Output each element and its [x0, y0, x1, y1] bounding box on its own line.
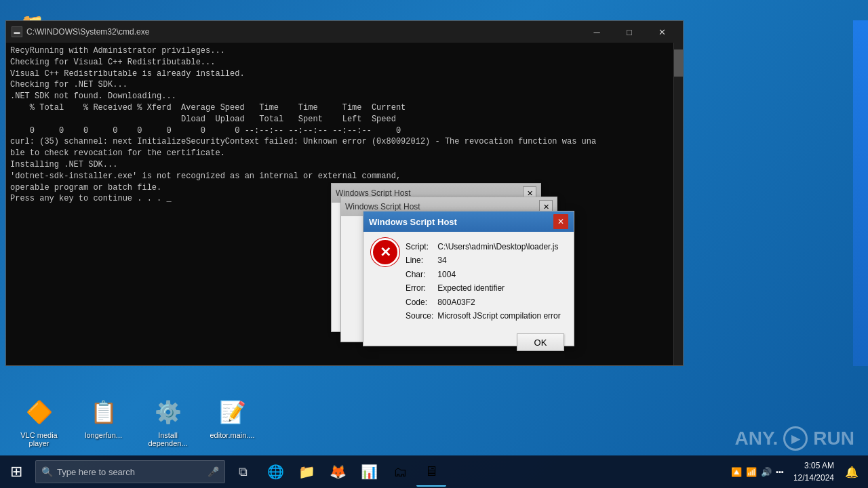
wsh-detail-script: Script: C:\Users\admin\Desktop\loader.js — [406, 240, 561, 253]
watermark-run-text: RUN — [813, 428, 854, 449]
cmd-line-4: Checking for .NET SDK... — [10, 79, 679, 91]
wsh-error-icon: ✕ — [373, 240, 397, 264]
search-placeholder: Type here to search — [57, 467, 135, 477]
firefox-icon: 🦊 — [330, 464, 347, 480]
watermark-play-icon: ▶ — [783, 426, 808, 451]
volume-icon[interactable]: 🔊 — [761, 467, 772, 477]
wsh-char-label: Char: — [406, 268, 437, 281]
cmd-titlebar-buttons: ─ □ ✕ — [581, 21, 677, 43]
cmd-close-button[interactable]: ✕ — [646, 21, 677, 43]
notification-icon: 🔔 — [845, 466, 859, 479]
wsh-script-value: C:\Users\admin\Desktop\loader.js — [437, 240, 560, 253]
taskbar-app-edge[interactable]: 🌐 — [260, 457, 290, 487]
wsh-detail-line: Line: 34 — [406, 253, 561, 267]
wsh-source-value: Microsoft JScript compilation error — [437, 309, 560, 323]
app6-icon: 🗂 — [393, 464, 407, 480]
wsh-titlebar-main: Windows Script Host ✕ — [363, 211, 574, 232]
wsh-detail-source: Source: Microsoft JScript compilation er… — [406, 309, 561, 323]
cmd-maximize-button[interactable]: □ — [614, 21, 645, 43]
wsh-body: ✕ Script: C:\Users\admin\Desktop\loader.… — [363, 232, 574, 329]
wsh-detail-char: Char: 1004 — [406, 268, 561, 281]
wsh-code-value: 800A03F2 — [437, 296, 560, 309]
wsh-error-value: Expected identifier — [437, 281, 560, 295]
wsh-source-label: Source: — [406, 309, 437, 323]
taskbar-sys-icons: 🔼 📶 🔊 ▪▪▪ — [728, 467, 787, 477]
battery-icon: ▪▪▪ — [776, 468, 784, 476]
desktop-icon-vlc[interactable]: 🔶 VLC media player — [14, 396, 64, 447]
taskbar-app-firefox[interactable]: 🦊 — [323, 457, 353, 487]
start-icon: ⊞ — [10, 463, 22, 481]
taskbar-clock[interactable]: 3:05 AM 12/14/2024 — [789, 460, 838, 484]
taskbar: ⊞ 🔍 Type here to search 🎤 ⧉ 🌐 📁 🦊 📊 � — [0, 455, 868, 488]
desktop-icon-editor[interactable]: 📝 editor.main.... — [207, 396, 258, 447]
search-box[interactable]: 🔍 Type here to search 🎤 — [35, 460, 225, 483]
taskbar-date: 12/14/2024 — [793, 472, 834, 484]
wsh-title-middle: Windows Script Host — [345, 202, 420, 211]
cmd-line-6: % Total % Received % Xferd Average Speed… — [10, 102, 679, 114]
edge-icon: 🌐 — [267, 464, 284, 480]
wsh-line-value: 34 — [437, 253, 560, 267]
cmd-line-7: Dload Upload Total Spent Left Speed — [10, 114, 679, 125]
task-view-button[interactable]: ⧉ — [228, 455, 258, 488]
mic-icon: 🎤 — [208, 466, 219, 477]
cmd-line-10: ble to check revocation for the certific… — [10, 148, 679, 159]
cmd-taskbar-icon: 🖥 — [425, 464, 438, 479]
editor-label: editor.main.... — [210, 431, 254, 439]
cmd-line-11: Installing .NET SDK... — [10, 159, 679, 171]
cmd-scrollbar[interactable] — [673, 43, 683, 365]
wsh-line-label: Line: — [406, 253, 437, 267]
taskbar-app-app5[interactable]: 📊 — [354, 457, 384, 487]
cmd-line-5: .NET SDK not found. Downloading... — [10, 91, 679, 102]
taskbar-app-app6[interactable]: 🗂 — [385, 457, 415, 487]
taskbar-apps: 🌐 📁 🦊 📊 🗂 🖥 — [258, 457, 449, 487]
side-panel — [853, 20, 868, 366]
chevron-up-icon[interactable]: 🔼 — [731, 467, 742, 477]
wsh-detail-code: Code: 800A03F2 — [406, 296, 561, 309]
wsh-dialog-main: Windows Script Host ✕ ✕ Script: C:\Users… — [363, 211, 574, 346]
search-icon: 🔍 — [41, 466, 53, 477]
start-button[interactable]: ⊞ — [0, 455, 33, 488]
desktop-bottom-icons: 🔶 VLC media player 📋 longerfun... ⚙️ Ins… — [7, 389, 264, 454]
wsh-error-label: Error: — [406, 281, 437, 295]
install-icon: ⚙️ — [152, 396, 184, 428]
desktop-icon-install[interactable]: ⚙️ Install dependen... — [142, 396, 193, 447]
wsh-code-label: Code: — [406, 296, 437, 309]
explorer-icon: 📁 — [298, 464, 315, 480]
wsh-details: Script: C:\Users\admin\Desktop\loader.js… — [406, 240, 561, 323]
vlc-icon: 🔶 — [23, 396, 56, 428]
watermark-text: ANY. — [735, 428, 778, 449]
cmd-line-2: Checking for Visual C++ Redistributable.… — [10, 57, 679, 68]
taskbar-app-cmd[interactable]: 🖥 — [416, 457, 446, 487]
wsh-footer: OK — [363, 329, 574, 358]
task-view-icon: ⧉ — [239, 465, 248, 479]
taskbar-time: 3:05 AM — [793, 460, 834, 472]
wsh-detail-error: Error: Expected identifier — [406, 281, 561, 295]
cmd-line-9: curl: (35) schannel: next InitializeSecu… — [10, 136, 679, 148]
install-label: Install dependen... — [142, 431, 193, 447]
cmd-line-3: Visual C++ Redistributable is already in… — [10, 68, 679, 80]
cmd-icon: ▬ — [12, 26, 22, 37]
wsh-char-value: 1004 — [437, 268, 560, 281]
editor-icon: 📝 — [216, 396, 249, 428]
anyrun-watermark: ANY. ▶ RUN — [735, 426, 854, 451]
cmd-line-1: RecyRunning with Administrator privilege… — [10, 45, 679, 57]
taskbar-app-explorer[interactable]: 📁 — [292, 457, 321, 487]
desktop-icon-longerfun[interactable]: 📋 longerfun... — [78, 396, 129, 447]
cmd-scrollbar-thumb[interactable] — [674, 49, 683, 77]
cmd-title: C:\WINDOWS\System32\cmd.exe — [26, 27, 149, 37]
desktop: 📁 CC 📁 🟦 Ac ▬ C:\WINDOWS\System32\cmd.ex… — [0, 0, 868, 488]
longerfun-icon: 📋 — [87, 396, 120, 428]
vlc-label: VLC media player — [14, 431, 64, 447]
wsh-script-label: Script: — [406, 240, 437, 253]
cmd-minimize-button[interactable]: ─ — [581, 21, 612, 43]
wsh-title-main: Windows Script Host — [369, 217, 457, 227]
wsh-close-main-button[interactable]: ✕ — [553, 214, 568, 229]
network-icon[interactable]: 📶 — [746, 467, 757, 477]
longerfun-label: longerfun... — [85, 431, 122, 439]
cmd-line-8: 0 0 0 0 0 0 0 0 --:--:-- --:--:-- --:--:… — [10, 125, 679, 137]
notification-button[interactable]: 🔔 — [841, 455, 863, 488]
ok-button[interactable]: OK — [517, 333, 564, 351]
cmd-titlebar: ▬ C:\WINDOWS\System32\cmd.exe ─ □ ✕ — [6, 21, 683, 43]
cmd-line-12: 'dotnet-sdk-installer.exe' is not recogn… — [10, 171, 679, 182]
app5-icon: 📊 — [361, 464, 378, 480]
